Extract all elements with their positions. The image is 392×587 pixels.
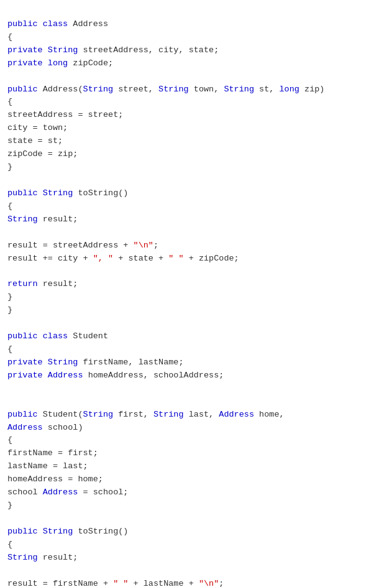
code-line: } — [7, 161, 385, 174]
code-line: ​ — [7, 382, 385, 395]
code-line: ​ — [7, 174, 385, 187]
code-token: public — [7, 527, 43, 536]
code-line: public class Student — [7, 330, 385, 343]
code-token: "\n" — [134, 241, 153, 250]
code-line: public Address(String street, String tow… — [7, 83, 385, 96]
code-token: private — [7, 58, 48, 68]
code-token: firstName = first; — [7, 448, 98, 458]
code-line: result += city + ", " + state + " " + zi… — [7, 252, 385, 266]
code-token: zip) — [304, 85, 324, 94]
code-token: + state + — [113, 254, 168, 263]
code-token: public — [7, 331, 43, 341]
code-token: { — [7, 32, 12, 42]
code-line: { — [7, 96, 385, 109]
code-token: " " — [168, 254, 183, 263]
code-line: String result; — [7, 552, 385, 565]
code-line: Address school) — [7, 422, 385, 435]
code-line: streetAddress = street; — [7, 109, 385, 122]
code-token: String — [43, 527, 78, 536]
code-token: Address( — [43, 85, 83, 94]
code-line: public class Address — [7, 18, 385, 31]
code-token: Student( — [43, 410, 83, 419]
code-token: private — [7, 371, 48, 380]
code-token: Student — [73, 331, 108, 341]
code-token: String — [224, 85, 259, 94]
code-line: firstName = first; — [7, 447, 385, 460]
code-token: result = streetAddress + — [7, 241, 134, 250]
code-token: private — [7, 358, 48, 367]
code-token: homeAddress = home; — [7, 474, 103, 484]
code-token: String — [7, 215, 43, 224]
code-token: street, — [118, 85, 158, 94]
code-token: class — [43, 19, 73, 29]
code-token: + lastName + — [128, 579, 198, 587]
code-token: } — [7, 501, 12, 510]
code-token: state = st; — [7, 136, 63, 146]
code-token: zipCode = zip; — [7, 149, 78, 159]
code-token: public — [7, 188, 43, 198]
code-line: city = town; — [7, 122, 385, 135]
code-token: Address — [48, 371, 88, 380]
code-token: public — [7, 85, 43, 94]
code-token: st, — [259, 85, 279, 94]
code-line: ​ — [7, 565, 385, 578]
code-line: private String firstName, lastName; — [7, 356, 385, 369]
code-line: zipCode = zip; — [7, 148, 385, 161]
code-token: homeAddress, schoolAddress; — [88, 371, 224, 380]
code-token: streetAddress = street; — [7, 110, 123, 119]
code-token: class — [43, 331, 73, 341]
code-token: String — [48, 45, 83, 55]
code-token: { — [7, 435, 12, 445]
code-token: { — [7, 201, 12, 211]
code-token: long — [280, 85, 305, 94]
code-token: " " — [113, 579, 128, 587]
code-token: result; — [43, 279, 78, 289]
code-token: city = town; — [7, 123, 68, 132]
code-line: ​ — [7, 226, 385, 239]
code-token: ; — [219, 579, 224, 587]
code-line: { — [7, 434, 385, 447]
code-line: ​ — [7, 317, 385, 330]
code-line: ​ — [7, 512, 385, 525]
code-line: return result; — [7, 278, 385, 291]
code-token: String — [83, 410, 119, 419]
code-line: ​ — [7, 70, 385, 83]
code-line: } — [7, 291, 385, 304]
code-token: "\n" — [199, 579, 219, 587]
code-line: private long zipCode; — [7, 57, 385, 70]
code-line: public String toString() — [7, 525, 385, 538]
code-token: Address — [219, 410, 259, 419]
code-token: " " — [168, 254, 183, 263]
code-token: result; — [43, 553, 78, 562]
code-line: private String streetAddress, city, stat… — [7, 44, 385, 57]
code-line: { — [7, 31, 385, 44]
code-token: = school; — [83, 488, 129, 497]
code-token: "\n" — [134, 241, 153, 250]
code-token: school) — [48, 423, 83, 432]
code-token: result = firstName + — [7, 579, 113, 587]
code-line: String result; — [7, 213, 385, 226]
code-token: } — [7, 305, 12, 315]
code-token: String — [43, 188, 78, 198]
code-line: result = firstName + " " + lastName + "\… — [7, 578, 385, 587]
code-token: Address — [43, 488, 83, 497]
code-token: ", " — [93, 254, 113, 263]
code-line: private Address homeAddress, schoolAddre… — [7, 369, 385, 382]
code-line: school Address = school; — [7, 486, 385, 499]
code-token: result; — [43, 215, 78, 224]
code-token: "\n" — [199, 579, 219, 587]
code-token: streetAddress, city, state; — [83, 45, 219, 55]
code-token: first, — [118, 410, 153, 419]
code-token: long — [48, 58, 73, 68]
code-line: } — [7, 304, 385, 317]
code-line: result = streetAddress + "\n"; — [7, 239, 385, 252]
code-token: Address — [7, 423, 48, 432]
code-token: String — [158, 85, 194, 94]
code-token: Address — [73, 19, 108, 29]
code-line: homeAddress = home; — [7, 473, 385, 486]
code-token: String — [83, 85, 119, 94]
code-token: " " — [113, 579, 128, 587]
code-token: String — [7, 553, 43, 562]
code-token: toString() — [78, 527, 128, 536]
code-token: home, — [259, 410, 285, 419]
